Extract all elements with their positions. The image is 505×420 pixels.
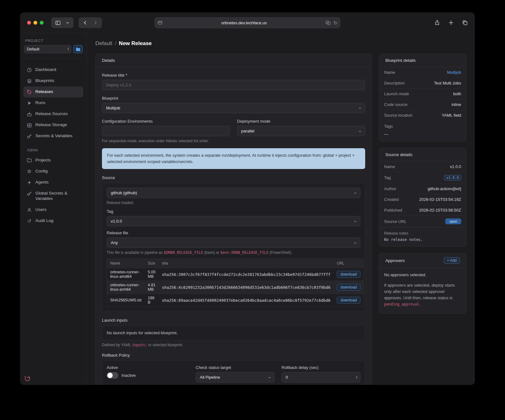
sidebar-item-label: Blueprints <box>35 78 54 84</box>
titlebar-actions <box>434 20 468 26</box>
project-select[interactable]: Default ∧∨ <box>24 45 71 53</box>
source-section-label: Source <box>102 175 365 180</box>
close-window-button[interactable] <box>27 21 31 25</box>
stepper-icon[interactable]: ∧∨ <box>356 376 358 379</box>
release-loaded-status: Release loaded. <box>107 201 360 205</box>
back-button[interactable] <box>81 20 89 25</box>
table-row: orbnetes-runner-linux-amd64 5.00 MB sha2… <box>107 268 364 281</box>
file-size: 4.81 MB <box>145 281 158 294</box>
key-icon <box>27 191 32 196</box>
sidebar-item-release-sources[interactable]: Release Sources <box>23 108 83 120</box>
forward-button[interactable] <box>91 20 99 25</box>
download-button[interactable]: download <box>337 284 360 291</box>
detail-row: Name Multijob <box>379 67 466 78</box>
sidebar-item-runs[interactable]: Runs <box>23 97 83 108</box>
history-icon: ↺ <box>27 219 32 223</box>
sidebar-item-label: Runs <box>35 100 45 106</box>
sidebar-item-projects[interactable]: Projects <box>23 155 83 166</box>
file-sha: sha256:89aace42d45fd400249037ebeca0264bc… <box>159 294 334 307</box>
launch-inputs-label: Launch inputs <box>102 318 365 323</box>
main-content: Default/New Release Details Release titl… <box>87 33 475 385</box>
admin-section-label: Admin <box>27 148 80 152</box>
column-header-size: Size <box>145 259 158 268</box>
deployment-mode-select[interactable]: parallel <box>237 126 365 136</box>
select-stepper-icon: ∧∨ <box>67 48 69 51</box>
download-button[interactable]: download <box>337 271 360 278</box>
release-file-select-value: Any <box>111 240 118 245</box>
storage-icon <box>27 123 32 128</box>
download-button[interactable]: download <box>337 297 360 304</box>
sidebar-item-dashboard[interactable]: Dashboard <box>23 64 83 75</box>
rollback-active-state: Inactive <box>122 373 136 378</box>
svg-text:A: A <box>326 21 328 24</box>
app-logo <box>24 375 31 383</box>
tab-group-menu-button[interactable] <box>64 21 71 25</box>
translate-icon[interactable]: A <box>325 20 331 25</box>
open-source-url-button[interactable]: open <box>445 219 461 224</box>
tag-badge: v1.0.0 <box>444 175 461 180</box>
tab-overview-button[interactable] <box>462 20 468 26</box>
file-size: 5.00 MB <box>145 268 158 281</box>
approvers-card: Approvers + Add No approvers selected. I… <box>379 253 466 314</box>
sidebar-item-config[interactable]: ⚙ Config <box>23 166 83 177</box>
blueprint-details-title: Blueprint details <box>379 54 466 67</box>
app-sidebar: PROJECT Default ∧∨ Dashboard Blueprints <box>20 33 87 385</box>
admin-nav: Projects ⚙ Config Agents Global Secrets … <box>20 154 86 227</box>
sidebar-toggle-button[interactable] <box>54 20 62 26</box>
add-approver-button[interactable]: + Add <box>444 257 460 264</box>
rollback-delay-label: Rollback delay (sec) <box>282 365 360 370</box>
release-title-input[interactable] <box>102 80 365 90</box>
file-name: orbnetes-runner-linux-amd64 <box>107 268 145 281</box>
sidebar-item-users[interactable]: Users <box>23 204 83 215</box>
sidebar-item-global-secrets-variables[interactable]: Global Secrets & Variables <box>23 188 83 204</box>
blueprint-name-link[interactable]: Multijob <box>447 70 461 75</box>
sidebar-item-secrets-variables[interactable]: Secrets & Variables <box>23 131 83 142</box>
layers-icon <box>27 79 32 84</box>
main-nav: Dashboard Blueprints Releases Runs Relea… <box>20 64 86 142</box>
open-project-button[interactable] <box>73 45 83 53</box>
sidebar-item-label: Config <box>35 169 48 174</box>
sidebar-toggle-group <box>51 17 74 28</box>
release-title-label: Release title * <box>102 73 365 78</box>
address-bar[interactable]: orbnetes.dev.techface.us A ↻ <box>154 17 341 28</box>
breadcrumb-project[interactable]: Default <box>95 40 112 46</box>
file-sha: sha256:3007c3cf67f837f4fccde272cdc2e3817… <box>159 268 334 281</box>
sidebar-item-audit-log[interactable]: ↺ Audit Log <box>23 215 83 226</box>
config-environments-input[interactable] <box>102 126 230 136</box>
detail-row: Created 2026-02-15T03:54:19Z <box>379 194 466 205</box>
sidebar-item-release-storage[interactable]: Release Storage <box>23 120 83 131</box>
sidebar-item-releases[interactable]: Releases <box>23 86 83 97</box>
rollback-delay-input[interactable] <box>282 372 360 382</box>
yaml-inputs-code: inputs: <box>132 343 147 347</box>
blueprint-select[interactable]: Multijob <box>102 103 365 113</box>
minimize-window-button[interactable] <box>33 21 37 25</box>
window-controls <box>27 21 44 25</box>
approvers-note: If approvers are selected, deploy starts… <box>384 282 461 308</box>
sidebar-item-label: Secrets & Variables <box>35 133 73 139</box>
check-status-target-select[interactable]: All Pipeline <box>196 372 275 382</box>
zoom-window-button[interactable] <box>40 21 44 25</box>
reload-icon[interactable]: ↻ <box>333 20 337 25</box>
release-notes-block: Release notes No release notes. <box>379 227 466 246</box>
release-file-select[interactable]: Any <box>107 237 360 248</box>
chevron-down-icon <box>354 191 357 195</box>
deployment-mode-value: parallel <box>241 129 254 133</box>
sidebar-item-label: Dashboard <box>35 67 56 73</box>
sidebar-item-label: Release Storage <box>35 122 67 128</box>
sidebar-item-agents[interactable]: Agents <box>23 177 83 188</box>
release-file-note: This file is available in pipeline as $O… <box>107 250 360 255</box>
sidebar-item-label: Audit Log <box>35 218 53 224</box>
detail-row: Launch mode both <box>379 89 466 99</box>
source-details-title: Source details <box>379 148 466 161</box>
env-var-code: $ORBN_RELEASE_FILE <box>164 250 203 255</box>
new-tab-button[interactable] <box>448 20 454 26</box>
page-icon[interactable] <box>157 20 163 25</box>
sidebar-item-blueprints[interactable]: Blueprints <box>23 75 83 86</box>
tag-select[interactable]: v1.0.0 <box>107 216 360 226</box>
rollback-active-label: Active <box>107 365 189 370</box>
rollback-active-toggle[interactable] <box>107 372 118 379</box>
tag-label: Tag <box>107 209 360 214</box>
file-size: 188 B <box>145 294 158 307</box>
share-button[interactable] <box>434 20 440 26</box>
source-select[interactable]: github (github) <box>107 188 360 198</box>
